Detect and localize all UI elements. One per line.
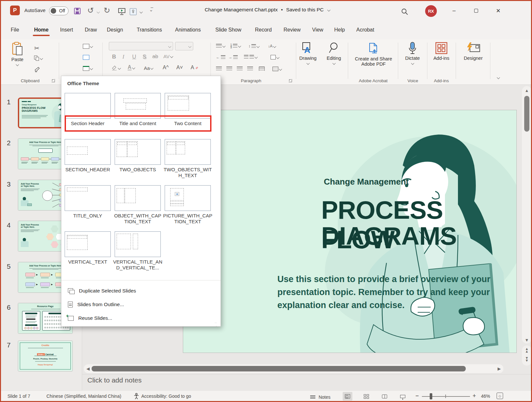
create-share-adobe-pdf-button[interactable]: Create and Share Adobe PDF (352, 42, 395, 67)
designer-button[interactable]: Designer (459, 42, 488, 61)
qat-item-chevron-icon[interactable] (140, 10, 143, 14)
tab-design[interactable]: Design (106, 25, 124, 35)
accessibility-status[interactable]: Accessibility: Good to go (141, 394, 191, 399)
undo-icon[interactable]: ↺ (87, 6, 94, 15)
layout-option-vertical-title[interactable]: VERTICAL_TITLE_AND_VERTICAL_TE... (115, 231, 161, 271)
copy-icon[interactable] (34, 56, 43, 61)
language-status[interactable]: Chinese (Simplified, Mainland China) (46, 394, 121, 399)
tab-acrobat[interactable]: Acrobat (356, 25, 375, 35)
zoom-slider-track[interactable] (422, 396, 470, 397)
minimize-button[interactable]: – (447, 4, 462, 17)
redo-icon[interactable]: ↻ (104, 6, 110, 15)
zoom-in-button[interactable]: + (473, 393, 476, 399)
distribute-button[interactable] (259, 67, 265, 71)
drawing-button[interactable]: A Drawing (298, 42, 318, 64)
editing-button[interactable]: Editing (324, 42, 344, 64)
horizontal-scrollbar-thumb[interactable] (92, 366, 466, 371)
grow-font-button[interactable]: A^ (163, 65, 169, 71)
tab-review[interactable]: Review (283, 25, 301, 35)
character-spacing-button[interactable]: AV (163, 54, 173, 59)
zoom-out-button[interactable]: − (415, 393, 419, 399)
document-title[interactable]: Change Management Chart.pptx • Saved to … (163, 7, 371, 13)
collapse-ribbon-icon[interactable] (497, 76, 500, 79)
slide-sorter-view-button[interactable] (361, 392, 371, 401)
font-color-button[interactable]: A (128, 65, 135, 71)
vertical-scrollbar-thumb[interactable] (524, 96, 529, 132)
underline-button[interactable]: U (132, 54, 136, 60)
tab-insert[interactable]: Insert (59, 25, 74, 35)
menu-item-reuse-slides[interactable]: Reuse Slides... (61, 311, 221, 325)
horizontal-scrollbar[interactable]: ◀ ▶ (84, 364, 503, 373)
increase-indent-button[interactable]: → (228, 55, 238, 59)
notes-divider[interactable] (82, 374, 532, 374)
paste-button[interactable]: Paste (11, 42, 23, 66)
scroll-up-icon[interactable]: ▲ (524, 88, 529, 93)
layout-option-object-caption[interactable]: OBJECT_WITH_CAPTION_TEXT (115, 185, 161, 225)
convert-smartart-button[interactable] (272, 67, 282, 71)
layout-option-section-header2[interactable]: SECTION_HEADER (65, 139, 111, 173)
decrease-indent-button[interactable]: ← (216, 55, 225, 59)
tab-view[interactable]: View (311, 25, 324, 35)
autosave-toggle[interactable]: Off (49, 6, 69, 15)
menu-item-slides-from-outline[interactable]: Slides from Outline... (61, 298, 221, 311)
align-left-button[interactable] (216, 67, 222, 71)
font-name-combo[interactable] (109, 42, 173, 50)
search-icon[interactable] (401, 8, 408, 15)
slide-counter[interactable]: Slide 1 of 7 (7, 394, 30, 399)
menu-item-duplicate-selected-slides[interactable]: Duplicate Selected Slides (61, 284, 221, 298)
format-painter-icon[interactable] (34, 67, 40, 72)
slide-title-line2[interactable]: DIAGRAMS (321, 221, 457, 251)
text-box-direction-button[interactable] (271, 55, 279, 59)
zoom-slider-thumb[interactable] (430, 393, 432, 399)
tab-file[interactable]: File (10, 25, 20, 35)
align-right-button[interactable] (237, 67, 243, 71)
slide-body-line2[interactable]: presentation topic. Remember to try and … (277, 287, 490, 297)
customize-qat-icon[interactable]: ⌄̅ (149, 6, 153, 14)
slide-thumbnail-7[interactable]: CreditsSlidesCarnivalPexels, Pixabay, Sk… (18, 341, 73, 371)
change-case-button[interactable]: Aa (144, 65, 153, 71)
shrink-font-button[interactable]: A˅ (176, 65, 183, 71)
text-direction-button[interactable]: ↓A (268, 44, 276, 48)
close-button[interactable]: ✕ (491, 4, 506, 17)
align-center-button[interactable] (226, 67, 232, 71)
bold-button[interactable]: B (112, 54, 116, 60)
tab-slide-show[interactable]: Slide Show (215, 25, 242, 35)
animation-pane-icon[interactable] (130, 8, 138, 15)
layout-option-two-objects[interactable]: TWO_OBJECTS (115, 139, 161, 173)
fit-slide-to-window-button[interactable]: ◇ (497, 393, 503, 399)
start-slideshow-icon[interactable] (118, 7, 126, 15)
bullets-button[interactable] (216, 44, 225, 48)
notes-placeholder[interactable]: Click to add notes (87, 376, 142, 384)
tab-draw[interactable]: Draw (84, 25, 97, 35)
italic-button[interactable]: I (122, 54, 124, 60)
slideshow-view-button[interactable] (398, 392, 408, 401)
maximize-button[interactable] (469, 4, 484, 17)
tab-animations[interactable]: Animations (174, 25, 201, 35)
slide-layout-icon[interactable] (83, 44, 93, 49)
notes-toggle[interactable]: Notes (310, 395, 330, 400)
clear-formatting-button[interactable]: A (191, 65, 198, 71)
justify-button[interactable] (247, 67, 253, 71)
tab-transitions[interactable]: Transitions (136, 25, 163, 35)
powerpoint-logo-icon[interactable]: P (10, 6, 20, 15)
normal-view-button[interactable] (343, 392, 352, 401)
dictate-button[interactable]: Dictate (402, 42, 423, 64)
strikethrough-button[interactable]: ab (152, 54, 158, 59)
next-slide-button[interactable]: ▼▼ (524, 357, 529, 362)
tab-home[interactable]: Home (33, 25, 49, 35)
zoom-level[interactable]: 46% (481, 394, 490, 399)
previous-slide-button[interactable]: ▲▲ (524, 347, 529, 353)
account-avatar[interactable]: RX (425, 5, 437, 17)
cut-icon[interactable]: ✂ (34, 45, 39, 52)
menu-resize-handle[interactable]: ∙∙ ∙ (215, 321, 219, 325)
columns-button[interactable] (244, 55, 257, 59)
layout-option-vertical-text[interactable]: VERTICAL_TEXT (65, 231, 111, 265)
undo-chevron-icon[interactable] (97, 10, 100, 14)
section-icon[interactable] (83, 66, 93, 71)
slide-body-line3[interactable]: explanation clear and concise. (277, 300, 405, 310)
text-shadow-button[interactable]: S (143, 54, 146, 60)
layout-option-two-objects-text[interactable]: TWO_OBJECTS_WITH_TEXT (165, 139, 211, 178)
line-spacing-button[interactable]: ↕ (248, 44, 259, 48)
scroll-down-icon[interactable]: ▼ (524, 338, 529, 343)
reading-view-button[interactable] (380, 392, 389, 401)
